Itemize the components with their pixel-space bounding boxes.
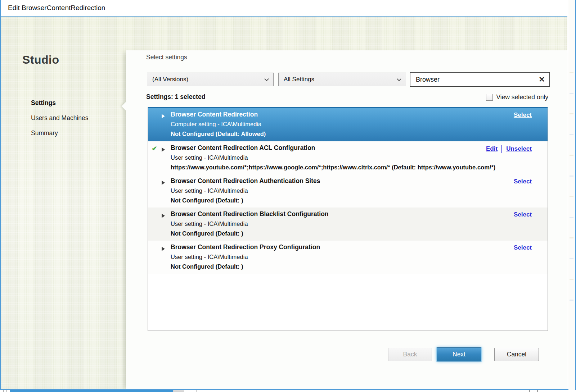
setting-title: Browser Content Redirection (171, 110, 500, 119)
setting-row-blacklist-configuration[interactable]: Browser Content Redirection Blacklist Co… (148, 208, 548, 241)
chevron-down-icon (397, 77, 401, 81)
setting-title: Browser Content Redirection Authenticati… (171, 176, 500, 186)
dialog-body: Studio Settings Users and Machines Summa… (1, 17, 567, 389)
unselect-link[interactable]: Unselect (506, 145, 532, 152)
view-selected-only-checkbox[interactable] (486, 94, 493, 101)
clear-search-icon[interactable]: ✕ (534, 75, 549, 84)
check-column (148, 209, 161, 210)
scrollbar-tick (196, 390, 197, 392)
setting-row-acl-configuration[interactable]: ✔ Browser Content Redirection ACL Config… (148, 141, 548, 174)
expander-icon[interactable] (161, 143, 171, 153)
settings-list: Browser Content Redirection Computer set… (148, 107, 548, 331)
setting-value: Not Configured (Default: ) (171, 196, 500, 205)
category-dropdown-value: All Settings (284, 76, 314, 83)
view-selected-only-group: View selected only (486, 94, 548, 101)
scrollbar-tick (3, 390, 4, 392)
search-box: ✕ (410, 72, 550, 87)
select-link[interactable]: Select (514, 111, 532, 119)
setting-value: https://www.youtube.com/*;https://www.go… (171, 163, 500, 172)
setting-value: Not Configured (Default: ) (171, 229, 500, 238)
studio-heading: Studio (22, 53, 59, 67)
category-dropdown[interactable]: All Settings (278, 73, 406, 86)
expander-icon[interactable] (161, 242, 171, 252)
view-selected-only-label[interactable]: View selected only (496, 94, 548, 101)
expander-icon[interactable] (161, 110, 171, 120)
version-dropdown-value: (All Versions) (152, 76, 188, 83)
background-window-right-strip (568, 0, 576, 390)
setting-scope: User setting - ICA\Multimedia (171, 252, 500, 262)
scrollbar-fill (10, 390, 173, 392)
expander-icon[interactable] (161, 209, 171, 219)
setting-scope: User setting - ICA\Multimedia (171, 219, 500, 229)
setting-title: Browser Content Redirection ACL Configur… (171, 143, 500, 153)
sidebar-item-settings[interactable]: Settings (31, 99, 89, 107)
setting-title: Browser Content Redirection Blacklist Co… (171, 209, 500, 219)
scrollbar-thumb[interactable] (174, 390, 184, 392)
action-separator (501, 145, 502, 153)
setting-row-browser-content-redirection[interactable]: Browser Content Redirection Computer set… (148, 107, 548, 141)
chevron-down-icon (264, 77, 269, 81)
setting-scope: User setting - ICA\Multimedia (171, 186, 500, 196)
setting-row-authentication-sites[interactable]: Browser Content Redirection Authenticati… (148, 174, 548, 208)
setting-value: Not Configured (Default: ) (171, 262, 500, 272)
sidebar-item-summary[interactable]: Summary (31, 129, 89, 137)
version-dropdown[interactable]: (All Versions) (147, 73, 274, 86)
sidebar-item-users-and-machines[interactable]: Users and Machines (31, 114, 89, 122)
background-window-scrollbar (0, 390, 576, 392)
content-panel: Select settings (All Versions) All Setti… (126, 50, 567, 389)
selected-check-icon: ✔ (148, 143, 161, 154)
back-button[interactable]: Back (388, 348, 432, 361)
edit-link[interactable]: Edit (486, 145, 498, 152)
setting-row-proxy-configuration[interactable]: Browser Content Redirection Proxy Config… (148, 241, 548, 274)
setting-value: Not Configured (Default: Allowed) (171, 129, 500, 139)
setting-title: Browser Content Redirection Proxy Config… (171, 242, 500, 252)
settings-count-label: Settings: 1 selected (146, 93, 205, 101)
select-link[interactable]: Select (514, 211, 532, 218)
scrollbar-tick (537, 390, 538, 392)
scrollbar-tick (529, 390, 530, 392)
scrollbar-tick (6, 390, 7, 392)
check-column (148, 242, 161, 243)
dialog-titlebar: Edit BrowserContentRedirection (1, 0, 567, 17)
select-link[interactable]: Select (514, 244, 532, 251)
check-column (148, 176, 161, 177)
window-border-left (0, 0, 1, 390)
wizard-nav: Settings Users and Machines Summary (31, 99, 89, 145)
expander-icon[interactable] (161, 176, 171, 186)
window-title: Edit BrowserContentRedirection (8, 4, 105, 12)
check-column (148, 110, 161, 110)
next-button[interactable]: Next (437, 347, 481, 361)
setting-scope: Computer setting - ICA\Multimedia (171, 119, 500, 129)
select-link[interactable]: Select (514, 178, 532, 185)
cancel-button[interactable]: Cancel (494, 348, 539, 361)
setting-scope: User setting - ICA\Multimedia (171, 153, 500, 163)
search-input[interactable] (410, 76, 534, 83)
page-title: Select settings (146, 54, 187, 61)
